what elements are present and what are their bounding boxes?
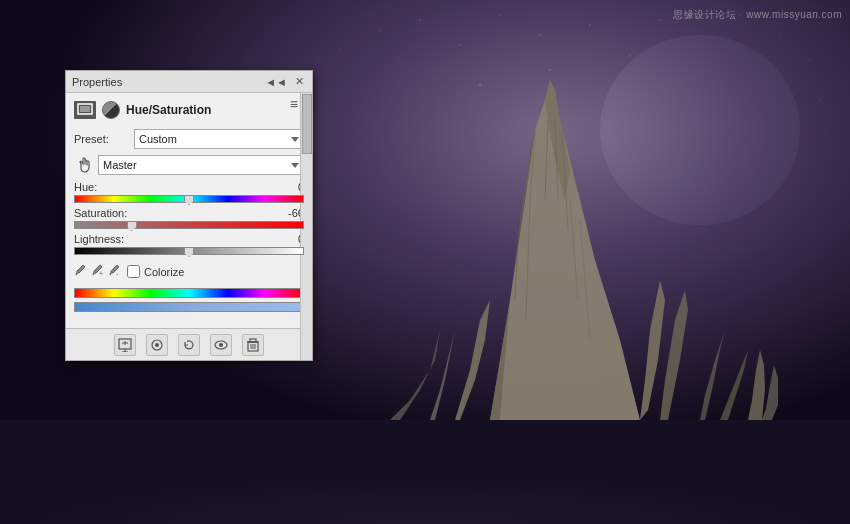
svg-rect-48 [80,106,90,112]
add-sample-icon[interactable]: + [91,263,104,280]
colorize-label[interactable]: Colorize [127,265,184,278]
preset-label: Preset: [74,133,134,145]
scrollbar-thumb[interactable] [302,94,312,154]
lightness-label: Lightness: [74,233,124,245]
svg-point-60 [155,343,159,347]
saturation-slider-track[interactable] [74,221,304,229]
layer-icon [74,101,96,119]
panel-controls: ◄◄ ✕ [263,75,306,88]
lightness-section: Lightness: 0 [74,233,304,255]
svg-line-49 [76,273,77,275]
watermark-text2: www.missyuan.com [746,9,842,20]
saturation-slider-thumb[interactable] [127,221,137,231]
hue-header: Hue: 0 [74,181,304,193]
section-title: Hue/Saturation [126,103,211,117]
mask-button[interactable] [146,334,168,356]
hue-label: Hue: [74,181,97,193]
delete-button[interactable] [242,334,264,356]
watermark-text1: 思缘设计论坛 [673,9,736,20]
remove-sample-icon[interactable]: - [108,263,121,280]
bottom-toolbar [66,328,312,360]
hue-section: Hue: 0 [74,181,304,203]
preset-select[interactable]: Custom Default [134,129,304,149]
panel-close-button[interactable]: ✕ [293,75,306,88]
color-bar-bottom [74,302,304,312]
svg-rect-65 [250,339,256,342]
reset-button[interactable] [178,334,200,356]
hue-slider-thumb[interactable] [184,195,194,205]
lightness-header: Lightness: 0 [74,233,304,245]
adjustment-icon [102,101,120,119]
svg-rect-26 [0,420,850,524]
hue-slider-track[interactable] [74,195,304,203]
colorize-checkbox[interactable] [127,265,140,278]
colorize-row: + - Colorize [74,263,304,280]
panel-titlebar: Properties ◄◄ ✕ [66,71,312,93]
hand-tool-icon[interactable] [74,155,96,175]
panel-menu-button[interactable]: ≡ [290,96,298,112]
color-bars [74,288,304,312]
properties-panel: Properties ◄◄ ✕ ≡ Hue/Saturation Preset: [65,70,313,361]
svg-text:-: - [116,270,119,277]
eyedropper-tools: + - [74,263,121,280]
eyedropper-icon[interactable] [74,263,87,280]
color-bar-top [74,288,304,298]
svg-line-52 [110,273,111,275]
add-layer-button[interactable] [114,334,136,356]
channel-select[interactable]: Master Reds Yellows Greens Cyans Blues M… [98,155,304,175]
lightness-slider-track[interactable] [74,247,304,255]
panel-title: Properties [72,76,122,88]
saturation-header: Saturation: -66 [74,207,304,219]
saturation-section: Saturation: -66 [74,207,304,229]
lightness-slider-thumb[interactable] [184,247,194,257]
colorize-text: Colorize [144,266,184,278]
channel-row: Master Reds Yellows Greens Cyans Blues M… [74,155,304,175]
visibility-button[interactable] [210,334,232,356]
saturation-label: Saturation: [74,207,127,219]
svg-point-62 [219,343,223,347]
header-row: Hue/Saturation [74,101,304,119]
saturation-slider-bar [74,221,304,229]
preset-row: Preset: Custom Default [74,129,304,149]
svg-text:+: + [99,270,103,277]
panel-content: Hue/Saturation Preset: Custom Default Ma… [66,93,312,328]
watermark: 思缘设计论坛 www.missyuan.com [673,8,842,22]
panel-collapse-button[interactable]: ◄◄ [263,76,289,88]
svg-line-50 [93,273,94,275]
